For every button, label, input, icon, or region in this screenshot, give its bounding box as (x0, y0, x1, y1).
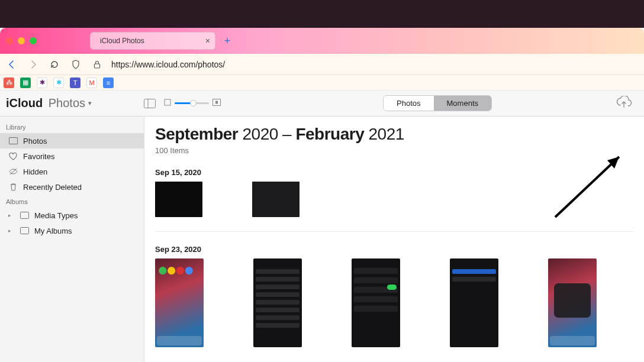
heart-icon (8, 151, 18, 161)
photo-thumbnail[interactable] (252, 182, 300, 217)
brand-primary: iCloud (6, 96, 43, 110)
svg-rect-9 (20, 212, 28, 219)
segment-photos[interactable]: Photos (384, 96, 433, 111)
url-text[interactable]: https://www.icloud.com/photos/ (111, 60, 225, 69)
svg-rect-7 (9, 138, 17, 144)
forward-button[interactable] (26, 57, 40, 72)
sidebar-item-photos[interactable]: Photos (0, 133, 144, 148)
brand-secondary: Photos (49, 96, 85, 110)
sidebar-item-media-types[interactable]: ▸ Media Types (0, 208, 144, 223)
sidebar-item-label: Recently Deleted (23, 183, 82, 192)
thumbnail-row (155, 258, 633, 358)
sidebar-item-label: My Albums (34, 227, 72, 235)
lock-icon (90, 57, 104, 72)
view-segmented-control: Photos Moments (383, 95, 492, 111)
divider (155, 231, 633, 232)
zoom-control (164, 99, 221, 108)
svg-rect-1 (144, 99, 156, 108)
sidebar-item-recently-deleted[interactable]: Recently Deleted (0, 179, 144, 195)
shield-icon[interactable] (69, 57, 83, 72)
close-window-button[interactable] (6, 37, 13, 44)
chevron-down-icon: ▾ (88, 99, 92, 107)
reload-button[interactable] (47, 57, 62, 72)
photo-thumbnail[interactable] (352, 258, 400, 347)
photos-icon (8, 136, 18, 146)
svg-rect-3 (165, 99, 170, 105)
photo-thumbnail[interactable] (548, 258, 597, 347)
eye-slash-icon (8, 167, 18, 176)
main-content: September 2020 – February 2021 100 Items… (144, 117, 644, 362)
date-range-title: September 2020 – February 2021 (155, 125, 633, 144)
upload-button[interactable] (616, 96, 632, 111)
sidebar-item-label: Hidden (23, 167, 47, 176)
sidebar-item-hidden[interactable]: Hidden (0, 164, 144, 179)
item-count: 100 Items (155, 146, 633, 155)
sidebar: Library Photos Favorites Hidden Recently… (0, 117, 144, 362)
app-body: Library Photos Favorites Hidden Recently… (0, 117, 644, 362)
folder-icon (20, 211, 29, 220)
disclosure-icon[interactable]: ▸ (8, 228, 14, 234)
minimize-window-button[interactable] (18, 37, 25, 44)
photo-thumbnail[interactable] (450, 258, 498, 347)
segment-moments[interactable]: Moments (434, 96, 491, 111)
tab-title: iCloud Photos (100, 37, 201, 45)
zoom-out-icon[interactable] (164, 99, 171, 108)
url-bar: https://www.icloud.com/photos/ (0, 54, 644, 75)
sidebar-item-my-albums[interactable]: ▸ My Albums (0, 223, 144, 238)
sidebar-item-favorites[interactable]: Favorites (0, 148, 144, 164)
sidebar-header-albums: Albums (0, 195, 144, 208)
bookmark-icon[interactable]: ✱ (37, 77, 47, 88)
group-date-heading: Sep 23, 2020 (155, 245, 633, 254)
bookmarks-bar: ⁂ ▦ ✱ ✱ T M ≡ (0, 75, 644, 90)
maximize-window-button[interactable] (30, 37, 37, 44)
browser-window: iCloud Photos × + https://www.icloud.com… (0, 28, 644, 362)
bookmark-icon[interactable]: ⁂ (4, 77, 14, 88)
bookmark-icon[interactable]: ✱ (53, 77, 64, 88)
bookmark-icon[interactable]: T (70, 77, 80, 88)
sidebar-item-label: Media Types (34, 211, 78, 220)
bookmark-icon[interactable]: ▦ (20, 77, 31, 88)
photo-thumbnail[interactable] (155, 258, 204, 347)
app-brand[interactable]: iCloud Photos ▾ (6, 96, 92, 110)
app-header: iCloud Photos ▾ Photos Moments (0, 90, 644, 117)
desktop-menubar (0, 0, 644, 28)
folder-icon (20, 226, 29, 235)
sidebar-item-label: Photos (23, 137, 47, 146)
photo-thumbnail[interactable] (253, 258, 302, 347)
close-tab-icon[interactable]: × (205, 36, 210, 46)
svg-rect-5 (215, 101, 218, 104)
svg-rect-0 (95, 64, 100, 68)
browser-tab[interactable]: iCloud Photos × (90, 32, 215, 50)
bookmark-icon[interactable]: ≡ (103, 77, 114, 88)
new-tab-button[interactable]: + (219, 33, 236, 49)
sidebar-toggle-button[interactable] (144, 99, 156, 108)
photo-thumbnail[interactable] (155, 182, 202, 217)
zoom-slider[interactable] (175, 102, 209, 104)
svg-rect-10 (20, 228, 28, 234)
trash-icon (8, 182, 18, 192)
disclosure-icon[interactable]: ▸ (8, 212, 14, 218)
thumbnail-row (155, 182, 633, 228)
group-date-heading: Sep 15, 2020 (155, 168, 633, 177)
window-controls (6, 37, 37, 44)
svg-rect-6 (9, 138, 17, 144)
sidebar-header-library: Library (0, 120, 144, 133)
zoom-in-icon[interactable] (212, 99, 221, 108)
back-button[interactable] (5, 57, 19, 72)
tab-strip: iCloud Photos × + (0, 28, 644, 54)
sidebar-item-label: Favorites (23, 152, 54, 161)
bookmark-icon[interactable]: M (86, 77, 97, 88)
